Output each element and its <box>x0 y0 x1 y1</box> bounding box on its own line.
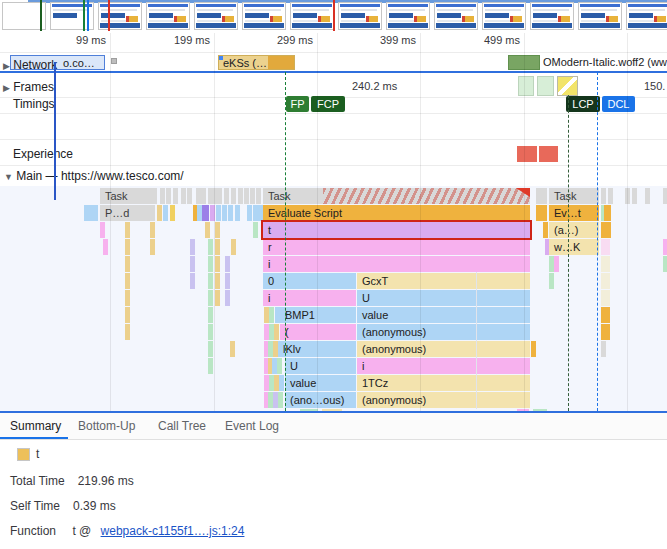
flame-bar[interactable] <box>166 188 171 204</box>
flame-chart[interactable]: TaskTaskTaskP…dEvaluate ScriptEv…tt(a…)r… <box>0 186 667 411</box>
flame-bar[interactable]: value <box>285 375 356 391</box>
flame-bar[interactable] <box>663 239 667 255</box>
frames-track-toggle[interactable]: ▶ Frames <box>3 80 54 94</box>
filmstrip-thumbnail[interactable] <box>482 2 526 30</box>
flame-bar[interactable] <box>541 205 547 221</box>
flame-bar[interactable]: (a…) <box>549 222 599 238</box>
flame-bar[interactable]: value <box>357 307 476 323</box>
flame-bar[interactable] <box>215 273 220 289</box>
flame-bar[interactable] <box>253 222 258 238</box>
flame-bar[interactable] <box>224 188 229 204</box>
filmstrip-thumbnail[interactable] <box>242 2 286 30</box>
flame-bar[interactable] <box>601 273 610 289</box>
flame-bar[interactable] <box>163 205 168 221</box>
flame-bar[interactable] <box>125 273 130 289</box>
flame-bar[interactable] <box>222 205 227 221</box>
flame-bar[interactable]: Evaluate Script <box>263 205 530 221</box>
flame-bar[interactable] <box>215 256 220 272</box>
filmstrip-thumbnail[interactable] <box>626 2 667 30</box>
flame-bar[interactable] <box>601 290 610 306</box>
flame-bar[interactable] <box>601 256 610 272</box>
flame-bar[interactable] <box>160 188 165 204</box>
flame-bar[interactable] <box>125 307 130 323</box>
flame-bar[interactable] <box>477 273 530 289</box>
flame-bar[interactable] <box>601 239 610 255</box>
flame-bar[interactable] <box>190 256 195 272</box>
flame-bar[interactable]: w…K <box>549 239 599 255</box>
flame-bar[interactable] <box>543 222 548 238</box>
flame-bar[interactable] <box>190 239 195 255</box>
flame-bar[interactable] <box>256 188 261 204</box>
filmstrip-thumbnail[interactable] <box>146 2 190 30</box>
timing-badge-dcl[interactable]: DCL <box>602 96 635 112</box>
flame-bar[interactable]: t <box>263 222 530 238</box>
flame-bar[interactable] <box>215 290 220 306</box>
timing-badge-fp[interactable]: FP <box>286 96 309 112</box>
flame-bar[interactable] <box>125 239 130 255</box>
flame-bar[interactable]: i <box>357 358 476 374</box>
network-request[interactable]: eKSs (… <box>218 55 295 70</box>
flame-bar[interactable] <box>208 290 213 306</box>
flame-bar[interactable] <box>202 205 209 221</box>
flame-bar[interactable] <box>663 188 667 204</box>
network-request[interactable] <box>111 58 117 64</box>
flame-bar[interactable] <box>601 222 611 238</box>
flame-bar[interactable] <box>208 341 213 357</box>
filmstrip-thumbnail[interactable] <box>530 2 574 30</box>
flame-bar[interactable] <box>235 205 240 221</box>
flame-bar[interactable] <box>608 188 613 204</box>
flame-bar[interactable] <box>125 222 130 238</box>
flame-bar[interactable] <box>601 324 610 340</box>
flame-bar[interactable] <box>216 205 221 221</box>
flame-bar[interactable] <box>231 188 236 204</box>
flame-bar[interactable]: Task <box>100 188 157 204</box>
flame-bar[interactable] <box>170 205 175 221</box>
layout-shift-bar[interactable] <box>517 146 537 162</box>
flame-bar[interactable] <box>274 324 279 340</box>
frame-block[interactable] <box>518 76 534 96</box>
flame-bar[interactable] <box>231 239 236 255</box>
filmstrip-thumbnail[interactable] <box>386 2 430 30</box>
filmstrip-thumbnail[interactable] <box>434 2 478 30</box>
flame-bar[interactable]: U <box>357 290 476 306</box>
flame-bar[interactable]: (anonymous) <box>357 324 476 340</box>
flame-bar[interactable] <box>208 239 213 255</box>
flame-bar[interactable] <box>228 205 233 221</box>
flame-bar[interactable] <box>531 341 536 357</box>
flame-bar[interactable] <box>541 188 547 204</box>
flame-bar[interactable] <box>125 290 130 306</box>
flame-bar[interactable] <box>477 392 530 408</box>
flame-bar[interactable] <box>279 375 284 391</box>
flame-bar[interactable] <box>93 205 98 221</box>
flame-bar[interactable] <box>125 324 130 340</box>
flame-bar[interactable] <box>196 188 206 204</box>
flame-bar[interactable]: ( <box>280 324 356 340</box>
flame-bar[interactable] <box>208 273 213 289</box>
flame-bar[interactable]: 0 <box>263 273 356 289</box>
flame-bar[interactable] <box>150 222 155 238</box>
flame-bar[interactable] <box>278 392 283 408</box>
flame-bar[interactable] <box>125 256 130 272</box>
flame-bar[interactable] <box>208 358 213 374</box>
flame-bar[interactable]: Task <box>263 188 530 204</box>
flame-bar[interactable]: (anonymous) <box>357 392 476 408</box>
flame-bar[interactable] <box>645 188 650 204</box>
flame-bar[interactable] <box>181 188 186 204</box>
flame-bar[interactable] <box>225 290 230 306</box>
flame-bar[interactable]: r <box>263 239 530 255</box>
filmstrip-thumbnail[interactable] <box>290 2 334 30</box>
flame-bar[interactable] <box>225 256 230 272</box>
flame-bar[interactable] <box>601 341 606 357</box>
layout-shift-bar[interactable] <box>539 146 558 162</box>
flame-bar[interactable]: (ano…ous) <box>285 392 356 408</box>
network-track-toggle[interactable]: ▶ Network <box>3 58 57 72</box>
flame-bar[interactable]: Ev…t <box>549 205 599 221</box>
frame-block[interactable] <box>557 76 578 96</box>
filmstrip-thumbnail[interactable] <box>194 2 238 30</box>
flame-bar[interactable] <box>225 273 230 289</box>
flame-bar[interactable]: P…d <box>100 205 155 221</box>
flame-bar[interactable]: (anonymous) <box>357 341 476 357</box>
flame-bar[interactable]: 1TCz <box>357 375 476 391</box>
flame-bar[interactable]: i <box>263 290 356 306</box>
source-link[interactable]: webpack-c1155f1….js:1:24 <box>101 524 245 538</box>
